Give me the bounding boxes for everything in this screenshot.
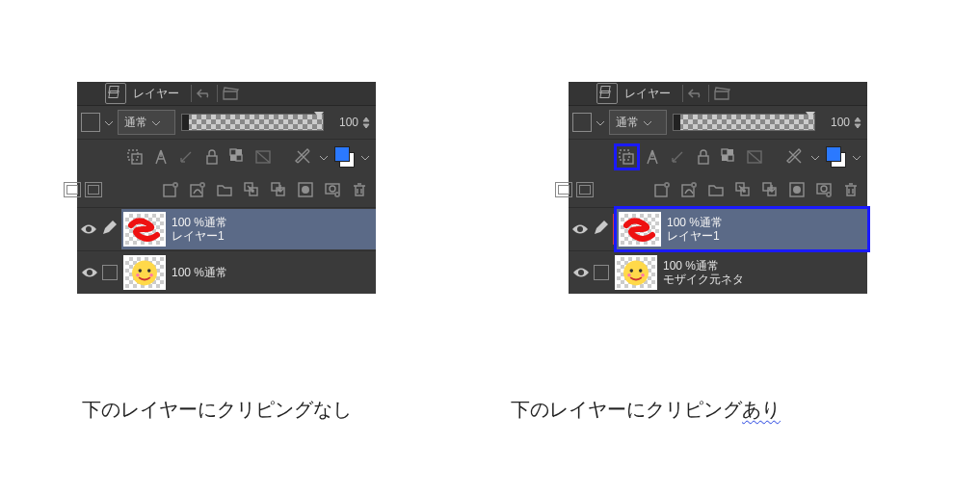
layer-operation-icons-row-2 <box>569 174 867 207</box>
caption-right-prefix: 下のレイヤーにクリピング <box>511 399 742 420</box>
chevron-down-icon[interactable] <box>810 152 820 162</box>
palette-dock-icon[interactable] <box>85 182 102 197</box>
svg-rect-33 <box>722 155 728 161</box>
clapperboard-icon[interactable] <box>220 84 241 103</box>
apply-mask-icon[interactable] <box>322 179 343 200</box>
new-raster-layer-icon[interactable] <box>651 179 673 200</box>
blend-mode-select[interactable]: 通常 <box>118 110 175 135</box>
layer-row[interactable]: 100 %通常 <box>121 252 376 293</box>
new-raster-layer-icon[interactable] <box>160 179 181 200</box>
clip-to-layer-below-icon-highlighted[interactable] <box>614 143 640 170</box>
svg-rect-32 <box>728 155 733 161</box>
layer-operation-icons-row-2 <box>77 174 376 207</box>
svg-point-23 <box>132 260 157 285</box>
edit-pencil-icon[interactable] <box>593 221 610 238</box>
mask-toggle-icon[interactable] <box>745 146 765 168</box>
svg-point-19 <box>330 186 335 192</box>
svg-point-49 <box>577 226 583 232</box>
layer-row-highlighted[interactable]: 100 %通常 レイヤー1 <box>614 206 870 252</box>
palette-dock-icon[interactable] <box>576 182 594 197</box>
opacity-slider[interactable] <box>673 114 815 131</box>
new-vector-layer-icon[interactable] <box>678 179 700 200</box>
layer-select-box[interactable] <box>102 265 118 280</box>
clapperboard-icon[interactable] <box>711 84 732 103</box>
transfer-down-icon[interactable] <box>732 179 754 200</box>
create-mask-icon[interactable] <box>786 179 808 200</box>
lock-transparent-icon[interactable] <box>719 146 739 168</box>
svg-rect-2 <box>207 156 217 164</box>
svg-rect-3 <box>230 149 236 155</box>
draft-layer-icon[interactable] <box>668 146 688 168</box>
layer-item[interactable]: 100 %通常 レイヤー1 <box>77 207 376 250</box>
reference-layer-icon[interactable] <box>643 146 663 168</box>
svg-rect-0 <box>128 150 138 160</box>
chevron-down-icon[interactable] <box>852 152 861 162</box>
lock-icon[interactable] <box>694 146 714 168</box>
palette-dock-icon[interactable] <box>555 182 572 197</box>
visibility-eye-icon[interactable] <box>572 266 590 279</box>
layers-icon[interactable] <box>596 83 618 104</box>
draft-layer-icon[interactable] <box>176 146 197 168</box>
ruler-toggle-icon[interactable] <box>785 146 806 168</box>
layer-color-swatch[interactable] <box>826 146 846 168</box>
layers-icon[interactable] <box>105 83 126 104</box>
svg-point-17 <box>302 186 309 194</box>
delete-layer-icon[interactable] <box>840 179 861 200</box>
svg-point-47 <box>821 186 827 192</box>
svg-point-52 <box>630 269 634 273</box>
chevron-down-icon[interactable] <box>104 117 114 127</box>
layer-opacity-blend: 100 %通常 <box>172 266 227 279</box>
layers-panel-with-clipping: レイヤー 通常 100 <box>569 82 867 294</box>
lock-transparent-icon[interactable] <box>227 146 248 168</box>
layer-color-box[interactable] <box>81 113 100 132</box>
new-vector-layer-icon[interactable] <box>187 179 208 200</box>
opacity-spinner[interactable] <box>854 114 863 131</box>
layer-item[interactable]: 100 %通常 モザイク元ネタ <box>569 250 867 294</box>
create-mask-icon[interactable] <box>295 179 316 200</box>
visibility-eye-icon[interactable] <box>81 266 98 279</box>
ruler-toggle-icon[interactable] <box>294 146 314 168</box>
layer-select-box[interactable] <box>594 265 609 280</box>
clip-to-layer-below-icon[interactable] <box>125 146 146 168</box>
merge-down-icon[interactable] <box>268 179 289 200</box>
blend-mode-select[interactable]: 通常 <box>609 110 667 135</box>
layers-list: 100 %通常 レイヤー1 100 %通常 モザイク元ネタ <box>569 207 867 294</box>
opacity-slider[interactable] <box>181 114 324 131</box>
svg-point-21 <box>86 226 92 232</box>
layer-color-swatch[interactable] <box>334 146 355 168</box>
edit-pencil-icon[interactable] <box>101 221 119 238</box>
undo-icon[interactable] <box>685 84 706 103</box>
svg-point-45 <box>793 186 801 194</box>
menu-icon[interactable] <box>81 85 98 102</box>
transfer-down-icon[interactable] <box>241 179 262 200</box>
lock-icon[interactable] <box>202 146 223 168</box>
layer-row[interactable]: 100 %通常 レイヤー1 <box>121 209 376 249</box>
apply-mask-icon[interactable] <box>813 179 834 200</box>
layer-opacity-blend: 100 %通常 <box>663 259 744 273</box>
new-folder-icon[interactable] <box>705 179 727 200</box>
mask-toggle-icon[interactable] <box>253 146 274 168</box>
layer-opacity-blend: 100 %通常 <box>667 216 723 229</box>
menu-icon[interactable] <box>572 85 590 102</box>
chevron-down-icon[interactable] <box>596 117 605 127</box>
svg-point-54 <box>627 273 631 277</box>
visibility-eye-icon[interactable] <box>80 222 97 236</box>
chevron-down-icon[interactable] <box>360 152 370 162</box>
svg-point-50 <box>578 270 584 275</box>
opacity-spinner[interactable] <box>362 114 372 131</box>
chevron-down-icon <box>151 117 161 127</box>
palette-dock-icon[interactable] <box>64 182 81 197</box>
layer-item[interactable]: 100 %通常 <box>77 250 376 294</box>
caption-right-wavy: あり <box>742 399 781 420</box>
layer-row[interactable]: 100 %通常 モザイク元ネタ <box>613 252 867 293</box>
undo-icon[interactable] <box>194 84 215 103</box>
merge-down-icon[interactable] <box>759 179 781 200</box>
new-folder-icon[interactable] <box>214 179 235 200</box>
chevron-down-icon[interactable] <box>319 152 329 162</box>
layer-color-box[interactable] <box>572 113 592 132</box>
reference-layer-icon[interactable] <box>151 146 172 168</box>
delete-layer-icon[interactable] <box>349 179 370 200</box>
layer-item[interactable]: 100 %通常 レイヤー1 <box>569 207 867 250</box>
visibility-eye-icon[interactable] <box>571 222 589 236</box>
caption-right: 下のレイヤーにクリピングあり <box>511 397 781 423</box>
